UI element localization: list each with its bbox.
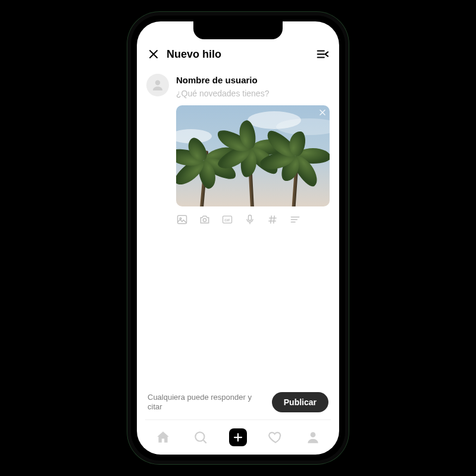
svg-point-5 bbox=[155, 80, 160, 85]
header-title: Nuevo hilo bbox=[167, 48, 315, 61]
device-notch bbox=[193, 21, 283, 39]
hash-icon bbox=[267, 214, 278, 226]
camera-icon bbox=[199, 214, 211, 226]
compose-header: Nuevo hilo bbox=[137, 39, 339, 69]
bottom-nav bbox=[137, 420, 339, 455]
nav-compose[interactable] bbox=[229, 428, 247, 446]
publish-row: Cualquiera puede responder y citar Publi… bbox=[137, 385, 339, 419]
align-icon bbox=[289, 214, 301, 226]
device-bezel: Nuevo hilo Nombre de usuario ¿Qué noveda… bbox=[131, 15, 345, 461]
remove-attachment-button[interactable] bbox=[319, 109, 326, 117]
search-icon bbox=[193, 430, 208, 445]
svg-point-25 bbox=[311, 432, 316, 437]
home-icon bbox=[155, 430, 171, 445]
svg-text:GIF: GIF bbox=[224, 218, 230, 222]
profile-icon bbox=[305, 430, 321, 445]
mic-icon bbox=[244, 214, 256, 226]
svg-line-17 bbox=[274, 215, 275, 223]
compose-input[interactable]: ¿Qué novedades tienes? bbox=[176, 89, 330, 98]
composer-column: Nombre de usuario ¿Qué novedades tienes? bbox=[176, 74, 330, 226]
menu-collapse-icon bbox=[316, 48, 329, 61]
publish-button[interactable]: Publicar bbox=[272, 392, 328, 412]
camera-button[interactable] bbox=[199, 214, 211, 226]
device-frame: Nuevo hilo Nombre de usuario ¿Qué noveda… bbox=[127, 12, 349, 464]
spacer bbox=[137, 226, 339, 385]
username-label: Nombre de usuario bbox=[176, 75, 330, 85]
nav-search[interactable] bbox=[192, 428, 209, 446]
heart-icon bbox=[268, 430, 283, 445]
svg-rect-8 bbox=[178, 215, 187, 223]
align-button[interactable] bbox=[289, 214, 301, 226]
mic-button[interactable] bbox=[244, 214, 256, 226]
plus-icon bbox=[233, 432, 243, 443]
close-button[interactable] bbox=[146, 47, 161, 61]
attachment-toolbar: GIF bbox=[176, 214, 330, 226]
reply-visibility-button[interactable]: Cualquiera puede responder y citar bbox=[148, 393, 264, 412]
svg-line-16 bbox=[271, 215, 272, 223]
app-screen: Nuevo hilo Nombre de usuario ¿Qué noveda… bbox=[137, 21, 339, 455]
close-icon bbox=[319, 109, 326, 116]
svg-rect-13 bbox=[249, 215, 252, 221]
composer: Nombre de usuario ¿Qué novedades tienes? bbox=[137, 69, 339, 226]
gallery-button[interactable] bbox=[176, 214, 188, 226]
attached-image[interactable] bbox=[176, 105, 330, 206]
close-icon bbox=[148, 49, 159, 60]
nav-profile[interactable] bbox=[304, 428, 322, 446]
header-menu-button[interactable] bbox=[315, 47, 330, 61]
nav-home[interactable] bbox=[154, 428, 172, 446]
svg-line-22 bbox=[203, 440, 206, 443]
svg-point-21 bbox=[195, 432, 204, 441]
plus-badge bbox=[229, 428, 247, 446]
user-icon bbox=[151, 78, 165, 92]
gif-button[interactable]: GIF bbox=[221, 214, 233, 226]
avatar[interactable] bbox=[146, 74, 169, 96]
image-scene bbox=[176, 105, 330, 206]
svg-point-10 bbox=[203, 218, 206, 221]
nav-activity[interactable] bbox=[267, 428, 284, 446]
gallery-icon bbox=[176, 214, 188, 226]
hashtag-button[interactable] bbox=[267, 214, 278, 226]
gif-icon: GIF bbox=[221, 214, 233, 226]
